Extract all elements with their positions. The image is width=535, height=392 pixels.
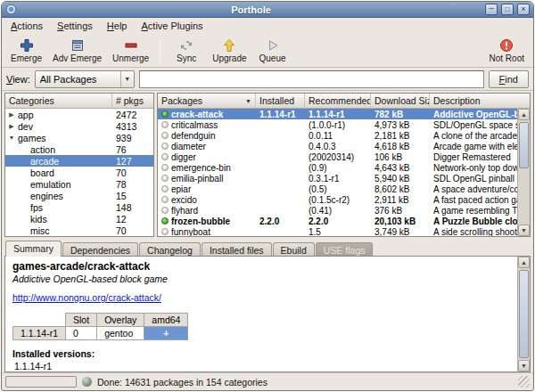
categories-column-header[interactable]: Categories <box>5 94 112 108</box>
packages-scrollbar[interactable]: ▲ ▼ <box>517 109 530 236</box>
notebook-tab[interactable]: Changelog <box>139 242 201 257</box>
package-row[interactable]: emergence-bin (0.9) 4,643 kB Network-onl… <box>158 162 517 173</box>
titlebar[interactable]: Porthole <box>2 2 533 18</box>
category-pkg-count: 2472 <box>112 110 153 120</box>
scroll-down-icon[interactable]: ▼ <box>518 225 530 236</box>
column-packages-label: Packages <box>161 95 202 106</box>
package-recommended: (0.9) <box>305 163 371 173</box>
package-row[interactable]: epiar (0.5) 8,602 kB A space adventure/c… <box>158 184 517 194</box>
package-row[interactable]: excido (0.1.5c-r2) 2,911 kB A fast paced… <box>158 194 517 205</box>
scroll-up-icon[interactable]: ▲ <box>518 109 530 120</box>
package-row[interactable]: diameter 0.4.0.3 4,618 kB Arcade game wi… <box>158 141 517 151</box>
package-name: emilia-pinball <box>171 174 223 184</box>
package-status-icon <box>161 143 169 150</box>
scroll-down-icon[interactable]: ▼ <box>518 360 530 372</box>
minimize-button[interactable] <box>485 4 498 15</box>
category-row[interactable]: fps 148 <box>5 201 153 213</box>
menu-actions[interactable]: Actions <box>4 18 50 35</box>
chevron-down-icon[interactable]: ▼ <box>120 71 134 87</box>
pkg-count-column-header[interactable]: # pkgs <box>112 94 153 108</box>
unmerge-button[interactable]: Unmerge <box>107 36 154 66</box>
category-row[interactable]: ▶ dev 4313 <box>5 120 153 132</box>
view-dropdown[interactable]: All Packages ▼ <box>35 70 135 88</box>
package-row[interactable]: frozen-bubble 2.2.0 2.2.0 20,103 kB A Pu… <box>158 216 517 226</box>
category-row[interactable]: board 70 <box>5 167 153 178</box>
package-row[interactable]: crack-attack 1.1.14-r1 1.1.14-r1 782 kB … <box>158 109 517 119</box>
toolbar: Emerge Adv Emerge Unmerge Sync <box>2 35 533 68</box>
category-row[interactable]: ▼ games 939 <box>5 132 153 143</box>
column-download-size[interactable]: Download Size <box>371 94 430 108</box>
notebook-tab[interactable]: Dependencies <box>62 242 138 257</box>
notebook-tab[interactable]: USE flags <box>316 242 374 257</box>
find-button[interactable]: Find <box>489 70 529 88</box>
search-input[interactable] <box>139 70 484 88</box>
maximize-button[interactable] <box>501 4 514 15</box>
keyword-cell: + <box>144 327 188 340</box>
menu-active-plugins[interactable]: Active Plugins <box>135 18 210 35</box>
column-description[interactable]: Description <box>430 94 530 108</box>
summary-scroll-thumb[interactable] <box>519 270 529 358</box>
package-download-size: 106 kB <box>371 152 430 162</box>
emerge-button[interactable]: Emerge <box>5 36 47 66</box>
package-row[interactable]: flyhard (0.41) 376 kB A game resembling … <box>158 205 517 216</box>
main-area: Categories # pkgs ▶ app 2472 ▶ dev 4313 … <box>2 91 533 239</box>
package-recommended: 0.0.11 <box>305 131 371 141</box>
category-row[interactable]: misc 70 <box>5 225 153 236</box>
sync-button[interactable]: Sync <box>166 36 207 66</box>
column-recommended[interactable]: Recommended <box>305 94 371 108</box>
category-label: fps <box>30 202 112 213</box>
homepage-link[interactable]: http://www.nongnu.org/crack-attack/ <box>12 292 161 303</box>
scroll-up-icon[interactable]: ▲ <box>518 257 530 268</box>
notebook-tab[interactable]: Summary <box>5 241 62 257</box>
category-row[interactable]: engines 15 <box>5 190 153 201</box>
menu-settings[interactable]: Settings <box>50 18 100 35</box>
emerge-plus-icon <box>20 38 34 53</box>
package-row[interactable]: digger (20020314) 106 kB Digger Remaster… <box>158 151 517 162</box>
package-row[interactable]: funnyboat 1.5 3,749 kB A side scrolling … <box>158 226 517 236</box>
queue-label: Queue <box>259 53 286 63</box>
adv-emerge-button[interactable]: Adv Emerge <box>47 36 107 66</box>
tree-expander-icon[interactable]: ▶ <box>5 111 18 118</box>
category-row[interactable]: arcade 127 <box>5 155 153 167</box>
category-row[interactable]: ▶ app 2472 <box>5 109 153 120</box>
category-pkg-count: 148 <box>112 202 153 213</box>
column-packages[interactable]: Packages ▼ <box>158 94 256 108</box>
package-recommended: (20020314) <box>305 152 371 162</box>
tree-expander-icon[interactable]: ▶ <box>5 123 18 130</box>
package-description: SDL OpenGL pinball game <box>430 174 517 184</box>
summary-scrollbar[interactable]: ▲ ▼ <box>517 257 530 372</box>
queue-button[interactable]: Queue <box>252 36 293 66</box>
package-download-size: 3,749 kB <box>371 227 430 237</box>
package-description: SDL/OpenGL space shoot'e <box>430 120 517 130</box>
category-pkg-count: 78 <box>112 179 153 190</box>
packages-scroll-thumb[interactable] <box>519 122 529 168</box>
package-name: crack-attack <box>171 110 223 119</box>
category-label: games <box>18 133 112 143</box>
category-row[interactable]: action 76 <box>5 143 153 155</box>
package-description: Digger Remastered <box>430 152 517 162</box>
package-name: defendguin <box>171 131 216 141</box>
notebook-tab[interactable]: Ebuild <box>273 242 315 257</box>
slot-cell: 0 <box>66 327 97 340</box>
category-row[interactable]: emulation 78 <box>5 178 153 190</box>
upgrade-button[interactable]: Upgrade <box>207 36 251 66</box>
category-row[interactable]: kids 12 <box>5 213 153 225</box>
column-installed[interactable]: Installed <box>256 94 305 108</box>
package-status-icon <box>161 228 169 235</box>
installed-versions-label: Installed versions: <box>12 348 510 359</box>
notebook-tab[interactable]: Installed files <box>202 242 272 257</box>
package-recommended: (0.5) <box>305 184 371 194</box>
menu-help[interactable]: Help <box>100 18 135 35</box>
resize-grip[interactable] <box>518 376 530 388</box>
package-status-icon <box>161 110 169 118</box>
packages-scroll-track[interactable] <box>518 120 530 225</box>
package-row[interactable]: defendguin 0.0.11 2,181 kB A clone of th… <box>158 130 517 141</box>
menubar: Actions Settings Help Active Plugins <box>2 18 533 35</box>
tree-expander-icon[interactable]: ▼ <box>5 135 18 141</box>
package-row[interactable]: criticalmass (1.0.0-r1) 4,973 kB SDL/Ope… <box>158 119 517 130</box>
summary-scroll-track[interactable] <box>518 268 530 360</box>
package-row[interactable]: emilia-pinball 0.3.1-r1 5,940 kB SDL Ope… <box>158 173 517 184</box>
package-recommended: (0.1.5c-r2) <box>305 195 371 205</box>
close-button[interactable] <box>517 4 530 15</box>
package-status-icon <box>161 185 169 192</box>
